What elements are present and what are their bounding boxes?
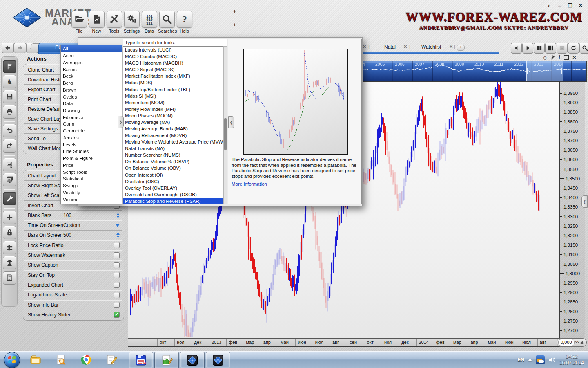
searches-button[interactable] [159, 11, 175, 28]
taskbar-app-ma-diamond-2[interactable] [180, 352, 205, 368]
window-maximize-icon[interactable]: ❐ [567, 2, 573, 9]
tool-item[interactable]: On Balance Volume (OBV) [123, 165, 223, 171]
category-swings[interactable]: Swings [61, 182, 122, 189]
category-line-studies[interactable]: Line Studies [61, 148, 122, 155]
checkbox[interactable] [114, 262, 120, 268]
price-scale[interactable]: 1,39501,39001,38501,38001,37501,37001,36… [560, 82, 585, 338]
category-cycles[interactable]: Cycles [61, 93, 122, 100]
new-button[interactable] [89, 11, 105, 28]
taskbar-search-doc-icon[interactable] [55, 354, 67, 366]
property-expanded-chart[interactable]: Expanded Chart [24, 280, 122, 290]
tool-item[interactable]: Oversold and Overbought (OSOB) [123, 191, 223, 198]
tool-category-list[interactable]: AllAstroAveragesBarrosBeckBergBrownCycle… [60, 45, 122, 204]
property-time-on-screen[interactable]: Time On ScreenCustom [24, 220, 122, 230]
maximize-icon[interactable] [564, 55, 569, 60]
time-axis[interactable]: октноядек2013февмарапрмайиюниюлавгсенокт… [128, 338, 560, 347]
property-blank-bars[interactable]: Blank Bars100 [24, 211, 122, 220]
taskbar-explorer-icon[interactable] [29, 354, 42, 366]
scrollbar-thumb[interactable] [224, 118, 227, 150]
taskbar-app-ma-diamond-3[interactable] [206, 352, 230, 368]
category-script-tools[interactable]: Script Tools [61, 168, 122, 175]
checkbox[interactable] [114, 252, 120, 258]
tab-natal[interactable]: Natal [384, 44, 396, 50]
pin-icon[interactable] [550, 55, 555, 60]
tool-item[interactable]: Moving Volume Weighted Average Price (MV… [123, 139, 223, 145]
taskbar-notepad-icon[interactable] [105, 354, 118, 366]
category-volatility[interactable]: Volatility [61, 189, 122, 196]
redo-button[interactable] [3, 139, 16, 153]
property-lock-price-ratio[interactable]: Lock Price Ratio [24, 240, 122, 250]
checkbox[interactable] [114, 282, 120, 288]
category-barros[interactable]: Barros [61, 66, 122, 73]
split-layout-button[interactable] [534, 43, 545, 54]
diamond-icon[interactable]: ◇ [543, 55, 547, 61]
history-selection[interactable] [526, 61, 564, 81]
category-jenkins[interactable]: Jenkins [61, 135, 122, 141]
refresh-button[interactable] [568, 43, 579, 54]
category-beck[interactable]: Beck [61, 73, 122, 80]
taskbar-app-chart-doc-1[interactable] [154, 352, 179, 368]
tool-item[interactable]: Midos SI (MSI) [123, 93, 223, 99]
tool-item[interactable]: Open Interest (OI) [123, 171, 223, 178]
grid-layout-button[interactable] [545, 43, 556, 54]
category-fibonacci[interactable]: Fibonacci [61, 114, 122, 121]
help-button[interactable]: ? [177, 11, 192, 28]
print-button[interactable] [3, 105, 16, 119]
tool-item[interactable]: Number Searcher (NUMS) [123, 152, 223, 158]
next-button[interactable] [522, 43, 533, 54]
file-button[interactable] [71, 11, 87, 28]
grid-button[interactable] [3, 241, 16, 254]
tray-expand-icon[interactable] [528, 359, 532, 361]
selection-right-grip[interactable] [560, 68, 563, 74]
tab-watchlist[interactable]: Watchlist [421, 44, 441, 50]
category-volume[interactable]: Volume [61, 196, 122, 203]
property-show-watermark[interactable]: Show Watermark [24, 250, 122, 260]
tool-item[interactable]: Natal Transits (NA) [123, 145, 223, 152]
export-image-button[interactable] [3, 158, 16, 171]
checkbox[interactable] [114, 272, 120, 278]
category-statistical[interactable]: Statistical [61, 175, 122, 182]
undo-button[interactable] [3, 124, 16, 137]
tool-item[interactable]: Overlay Tool (OVERLAY) [123, 185, 223, 191]
tool-item[interactable]: Moon Phases (MOON) [123, 112, 223, 119]
tool-item[interactable]: Moving Average (MA) [123, 119, 223, 126]
data-button[interactable]: 101010111 [142, 11, 157, 28]
tool-item[interactable]: Moving Retracement (MOVR) [123, 132, 223, 139]
checkbox[interactable]: ✓ [114, 312, 120, 318]
scale-collapse-handle[interactable]: ❮ [581, 195, 588, 208]
weather-tray-icon[interactable] [536, 355, 545, 364]
checkbox[interactable] [114, 302, 120, 308]
tool-item[interactable]: MACD Histogram (MACDH) [123, 60, 223, 66]
tab-stub[interactable] [31, 43, 39, 52]
category-astro[interactable]: Astro [61, 52, 122, 59]
dropdown-chevron-icon[interactable] [116, 224, 120, 227]
property-logarithmic-scale[interactable]: Logarithmic Scale [24, 290, 122, 300]
property-bars-on-screen[interactable]: Bars On Screen500 [24, 231, 122, 240]
zoom-search-button[interactable] [579, 43, 588, 54]
property-show-caption[interactable]: Show Caption [24, 260, 122, 270]
export-images-button[interactable] [3, 173, 16, 186]
tool-item[interactable]: Lucas Intervals (LUCI) [123, 47, 223, 53]
tool-item[interactable]: Oscillator (OSC) [123, 178, 223, 185]
wrench-tools-button[interactable] [3, 192, 16, 205]
tool-item[interactable]: Momentum (MOM) [123, 99, 223, 106]
tab-close-icon[interactable]: ✕ [363, 44, 366, 49]
sidebar-collapse-handle[interactable]: ❯ [118, 116, 124, 128]
category-geometric[interactable]: Geometric [61, 128, 122, 135]
tools-button[interactable] [107, 11, 122, 28]
nav-back-button[interactable] [2, 43, 14, 53]
start-button[interactable] [4, 352, 20, 368]
selection-left-grip[interactable] [527, 68, 530, 74]
language-indicator[interactable]: EN [517, 357, 524, 363]
tool-item[interactable]: Midas Top/Bottom Finder (TBF) [123, 86, 223, 92]
speaker-icon[interactable] [548, 357, 556, 363]
training-button[interactable] [3, 256, 16, 269]
save-button[interactable] [3, 90, 16, 103]
tool-item[interactable]: Midas (MDS) [123, 79, 223, 86]
category-levels[interactable]: Levels [61, 141, 122, 148]
chart-actions-button[interactable] [3, 60, 16, 73]
property-show-history-slider[interactable]: Show History Slider✓ [24, 310, 122, 319]
category-price[interactable]: Price [61, 162, 122, 168]
spinner[interactable] [116, 213, 120, 218]
close-icon[interactable]: ✕ [572, 55, 577, 61]
